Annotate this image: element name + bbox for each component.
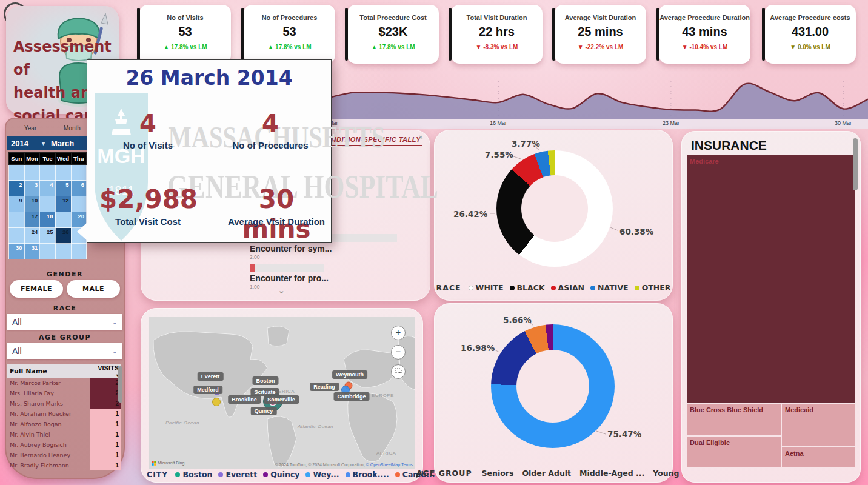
table-row[interactable]: Mrs. Hilaria Fay2 [7,388,121,398]
age-group-legend: AGE GROUPSeniorsOlder AdultMiddle-Aged .… [434,469,673,478]
calendar-day-cell[interactable] [9,212,25,228]
insurance-scrollbar[interactable] [853,138,858,190]
calendar-day-cell[interactable]: 5 [55,181,71,196]
table-row[interactable]: Mr. Aubrey Bogisich1 [7,440,121,450]
calendar-day-cell[interactable] [40,244,55,259]
tally-label: Encounter for pro... [250,273,426,283]
table-row[interactable]: Mr. Marcos Parker2 [7,378,121,388]
legend-item[interactable]: OTHER [642,283,671,292]
calendar-day-cell[interactable] [40,165,55,181]
city-bubble[interactable] [212,398,221,406]
patient-visits: 1 [90,429,121,440]
calendar-slicer[interactable]: SunMonTueWedThu2345691012171820242526303… [8,152,87,259]
age-group-dropdown[interactable]: All⌄ [7,343,122,359]
treemap-block-aetna[interactable]: Aetna [782,447,855,467]
calendar-weekday-row: SunMonTueWedThu [9,153,87,165]
city-label: Weymouth [332,370,367,379]
legend-item[interactable]: Older Adult [522,469,571,478]
kpi-card-no-of-visits[interactable]: No of Visits53▲ 17.8% vs LM [139,5,231,64]
kpi-card-no-of-procedures[interactable]: No of Procedures53▲ 17.8% vs LM [244,5,335,64]
gender-female-button[interactable]: FEMALE [10,280,63,298]
calendar-day-cell[interactable]: 2 [9,181,25,196]
legend-item[interactable]: WHITE [476,283,504,292]
kpi-value: $23K [347,25,439,39]
calendar-day-cell[interactable] [71,196,87,212]
kpi-card-average-procedure-costs[interactable]: Average Procedure costs431.00▼ 0.0% vs L… [764,5,856,64]
patient-name: Mr. Alfonzo Bogan [7,421,90,427]
calendar-day-cell[interactable] [55,212,71,228]
kpi-card-average-visit-duration[interactable]: Average Visit Duration25 mins▼ -22.2% vs… [555,5,646,64]
calendar-day-cell[interactable]: 6 [71,181,87,196]
patients-table-header[interactable]: Full Name VISITS ▾ [7,364,121,378]
legend-item[interactable]: Middle-Aged ... [579,469,644,478]
calendar-day-cell[interactable]: 12 [55,196,71,212]
legend-item[interactable]: Seniors [482,469,514,478]
visits-trend-chart[interactable]: Mar16 Mar23 Mar30 Mar [326,74,868,129]
legend-item[interactable]: Boston [182,470,212,479]
donut-data-label: 7.55% [485,150,513,159]
calendar-day-cell[interactable]: 24 [24,228,40,244]
calendar-day-cell[interactable] [71,244,87,259]
legend-item[interactable]: Quincy [270,470,299,479]
tally-row[interactable]: Encounter for pro...1.00 [250,264,426,290]
table-row[interactable]: Mr. Bernardo Heaney1 [7,450,121,460]
world-map[interactable]: NORTH AMERICAEUROPEAFRICASOUTH AMERICAPa… [149,317,415,469]
treemap-block-medicare[interactable]: Medicare [687,155,855,403]
city-label: Medford [193,386,222,394]
osm-link[interactable]: © OpenStreetMap [366,463,401,467]
gender-male-button[interactable]: MALE [67,280,120,298]
calendar-day-cell[interactable] [40,196,55,212]
legend-item[interactable]: Everett [225,470,257,479]
kpi-card-average-procedure-duration[interactable]: Average Procedure Duration43 mins▼ -10.4… [659,5,750,64]
tooltip-cost-label: Total Visit Cost [87,216,209,227]
treemap-block-medicaid[interactable]: Medicaid [782,404,855,446]
kpi-card-total-procedure-cost[interactable]: Total Procedure Cost$23K▲ 17.8% vs LM [347,5,439,64]
year-select[interactable]: 2014▾ [7,136,48,150]
table-row[interactable]: Mr. Abraham Ruecker1 [7,409,121,419]
calendar-day-cell[interactable]: 10 [24,196,40,212]
zoom-out-button[interactable]: − [391,345,406,360]
calendar-day-cell[interactable] [9,165,25,181]
close-icon[interactable]: × [419,133,423,141]
kpi-card-total-visit-duration[interactable]: Total Visit Duration22 hrs▼ -8.3% vs LM [451,5,542,64]
tally-value: 2.00 [250,254,426,260]
calendar-day-cell[interactable]: 4 [40,181,55,196]
legend-item[interactable]: BLACK [517,283,545,292]
city-label: Brookline [228,395,261,404]
calendar-day-cell[interactable] [55,244,71,259]
calendar-day-cell[interactable] [9,228,25,244]
terms-link[interactable]: Terms [401,463,413,467]
box-select-button[interactable] [391,364,406,379]
legend-dot [305,472,310,477]
treemap-block-dual-eligible[interactable]: Dual Eligible [687,436,781,467]
calendar-day-cell[interactable] [24,165,40,181]
calendar-day-cell[interactable]: 30 [9,244,25,259]
calendar-day-cell[interactable]: 26 [55,228,71,244]
race-dropdown[interactable]: All⌄ [7,314,122,330]
legend-item[interactable]: Wey... [313,470,339,479]
table-row[interactable]: Mr. Alvin Thiel1 [7,429,121,440]
calendar-day-cell[interactable]: 31 [24,244,40,259]
calendar-day-cell[interactable]: 25 [40,228,55,244]
kpi-label: No of Procedures [244,14,335,21]
legend-item[interactable]: Brook.... [353,470,389,479]
treemap-block-blue-cross-blue-shield[interactable]: Blue Cross Blue Shield [687,404,781,435]
calendar-day-cell[interactable] [71,165,87,181]
calendar-day-cell[interactable]: 18 [40,212,55,228]
table-row[interactable]: Mrs. Sharon Marks2 [7,398,121,409]
calendar-day-cell[interactable]: 17 [24,212,40,228]
table-row[interactable]: Mr. Bradly Eichmann1 [7,460,121,470]
calendar-day-cell[interactable]: 3 [24,181,40,196]
tooltip-arrow [77,222,87,241]
table-scrollbar[interactable] [118,366,122,403]
legend-item[interactable]: ASIAN [558,283,584,292]
city-label: Cambridge [333,392,369,401]
chevron-down-icon[interactable]: ⌄ [278,285,285,296]
kpi-delta: ▼ -8.3% vs LM [451,44,542,50]
calendar-day-cell[interactable] [55,165,71,181]
zoom-in-button[interactable]: + [391,326,406,340]
table-row[interactable]: Mr. Alfonzo Bogan1 [7,419,121,429]
legend-item[interactable]: NATIVE [598,283,629,292]
weekday-header: Thu [71,153,87,165]
calendar-day-cell[interactable]: 9 [9,196,25,212]
